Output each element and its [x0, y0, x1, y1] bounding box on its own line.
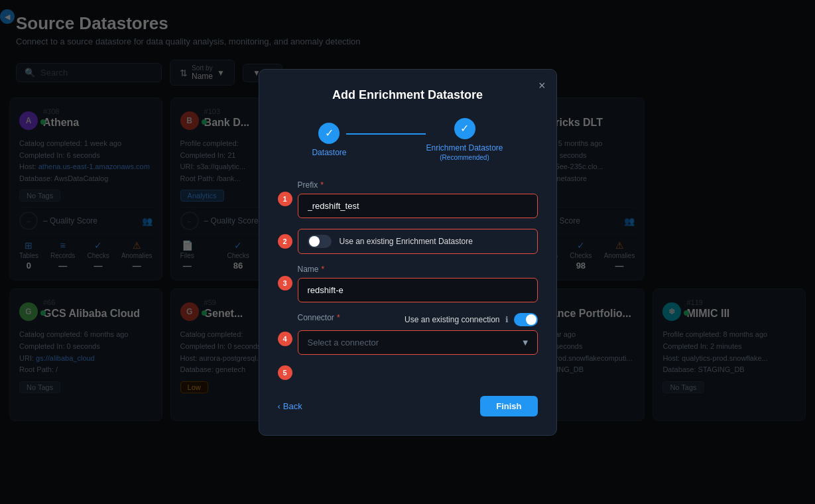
step-line: [346, 133, 426, 135]
toggle-label: Use an existing Enrichment Datastore: [340, 237, 473, 246]
step-5-row: 5: [278, 365, 538, 380]
toggle-knob: [309, 236, 320, 247]
back-button[interactable]: ‹ Back: [278, 401, 302, 411]
connector-select[interactable]: Select a connector: [298, 330, 538, 355]
prefix-label: Prefix *: [298, 180, 538, 190]
add-enrichment-modal: Add Enrichment Datastore × ✓ Datastore ✓…: [259, 69, 557, 436]
modal-overlay: Add Enrichment Datastore × ✓ Datastore ✓…: [0, 0, 815, 504]
name-label: Name *: [298, 265, 538, 274]
modal-close-button[interactable]: ×: [538, 79, 546, 93]
step-2-label: Enrichment Datastore (Recommended): [426, 143, 503, 162]
toggle-group: 2 Use an existing Enrichment Datastore: [278, 229, 538, 254]
step-2-circle: ✓: [454, 118, 475, 139]
step-2: ✓ Enrichment Datastore (Recommended): [426, 118, 503, 162]
step-badge-2: 2: [278, 234, 292, 249]
existing-enrichment-toggle[interactable]: [308, 235, 332, 248]
existing-connection-toggle[interactable]: [514, 313, 538, 326]
name-input[interactable]: [298, 278, 538, 302]
existing-connection-row: Use an existing connection ℹ: [405, 313, 537, 326]
step-badge-1: 1: [278, 192, 292, 206]
use-existing-label: Use an existing connection: [405, 315, 499, 324]
connector-header: Connector * Use an existing connection ℹ: [298, 313, 538, 326]
step-1: ✓ Datastore: [312, 123, 346, 157]
step-badge-5: 5: [278, 365, 292, 380]
connector-group: 4 Connector * Use an existing connection…: [278, 313, 538, 355]
required-marker: *: [337, 313, 340, 322]
info-icon: ℹ: [505, 315, 509, 324]
stepper: ✓ Datastore ✓ Enrichment Datastore (Reco…: [278, 118, 538, 162]
connector-select-wrapper: Select a connector ▼: [298, 330, 538, 355]
step-badge-4: 4: [278, 332, 292, 346]
toggle-row: Use an existing Enrichment Datastore: [298, 229, 538, 254]
step-1-label: Datastore: [312, 148, 346, 157]
modal-title: Add Enrichment Datastore: [278, 88, 538, 102]
required-marker: *: [320, 180, 324, 190]
name-group: 3 Name *: [278, 265, 538, 302]
prefix-group: 1 Prefix *: [278, 180, 538, 218]
connector-label: Connector *: [298, 313, 340, 322]
finish-button[interactable]: Finish: [480, 396, 537, 416]
modal-footer: ‹ Back Finish: [278, 396, 538, 416]
required-marker: *: [322, 265, 325, 274]
step-badge-3: 3: [278, 276, 292, 290]
back-chevron-icon: ‹: [278, 401, 281, 411]
toggle-blue-knob: [526, 314, 536, 325]
prefix-input[interactable]: [298, 194, 538, 218]
step-1-circle: ✓: [318, 123, 340, 144]
